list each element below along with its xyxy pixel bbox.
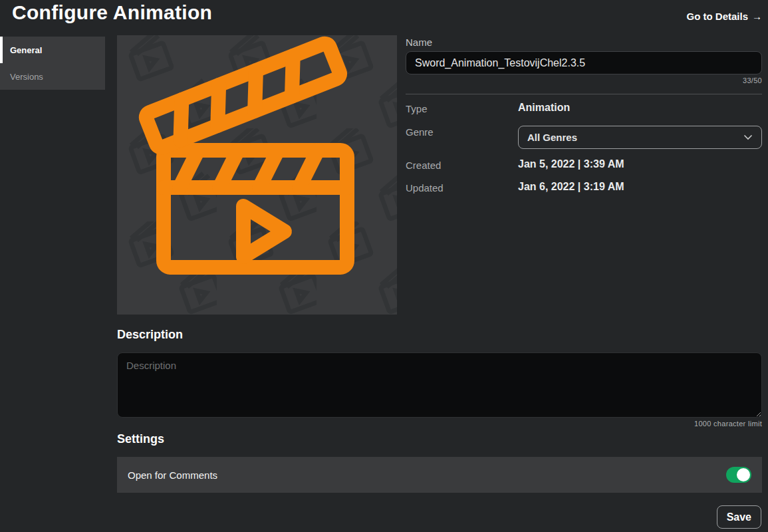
right-arrow-icon: → (752, 11, 762, 22)
chevron-down-icon (743, 134, 753, 140)
open-for-comments-label: Open for Comments (128, 469, 217, 481)
name-label: Name (406, 37, 432, 48)
go-to-details-link[interactable]: Go to Details → (686, 11, 762, 22)
updated-label: Updated (406, 182, 444, 194)
settings-row-comments: Open for Comments (117, 457, 762, 493)
sidebar-item-general[interactable]: General (0, 37, 105, 63)
description-textarea[interactable] (117, 352, 762, 418)
created-value: Jan 5, 2022 | 3:39 AM (518, 158, 624, 170)
genre-value: All Genres (527, 132, 577, 143)
sidebar-item-versions[interactable]: Versions (0, 63, 105, 90)
description-char-limit: 1000 character limit (117, 420, 762, 428)
sidebar: General Versions (0, 37, 105, 90)
go-to-details-label: Go to Details (686, 11, 748, 22)
divider (406, 94, 762, 94)
sidebar-item-label: Versions (10, 72, 43, 82)
animation-thumbnail (117, 35, 397, 315)
sidebar-item-label: General (10, 45, 42, 55)
genre-label: Genre (406, 126, 434, 138)
settings-heading: Settings (117, 432, 164, 446)
toggle-knob (737, 468, 750, 481)
type-label: Type (406, 103, 428, 114)
page-title: Configure Animation (12, 1, 212, 24)
comments-toggle[interactable] (726, 467, 751, 483)
updated-value: Jan 6, 2022 | 3:19 AM (518, 181, 624, 193)
name-char-counter: 33/50 (406, 76, 762, 84)
clapperboard-icon (117, 35, 397, 315)
description-heading: Description (117, 328, 183, 342)
save-button[interactable]: Save (717, 505, 761, 529)
name-input[interactable] (406, 51, 762, 74)
genre-dropdown[interactable]: All Genres (518, 126, 762, 149)
created-label: Created (406, 160, 441, 171)
type-value: Animation (518, 102, 570, 114)
